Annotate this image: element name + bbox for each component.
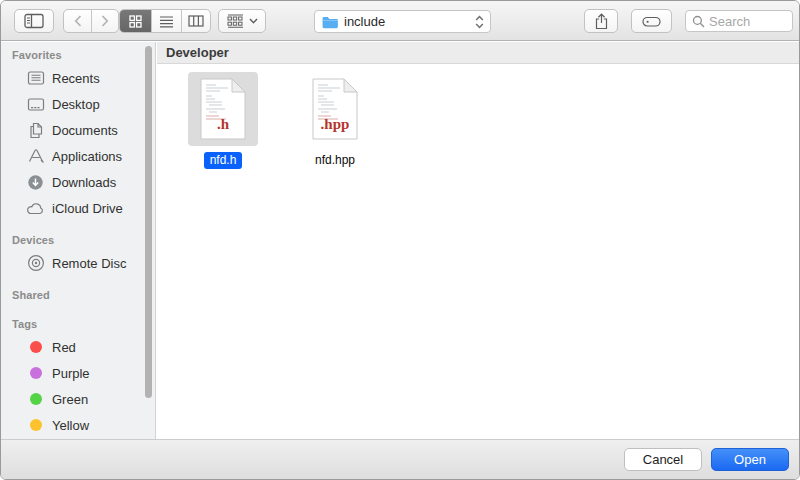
desktop-icon <box>26 95 45 114</box>
tag-dot-icon <box>26 416 45 435</box>
list-view-button[interactable] <box>151 10 181 32</box>
footer-bar: Cancel Open <box>1 439 799 479</box>
icloud-icon <box>26 199 45 218</box>
view-mode-group <box>119 9 211 33</box>
recents-icon <box>26 69 45 88</box>
downloads-icon <box>26 173 45 192</box>
sidebar-section: Devices Remote Disc <box>1 230 155 276</box>
sidebar-item-recents[interactable]: Recents <box>1 65 155 91</box>
share-icon <box>594 13 609 30</box>
sidebar-section-header: Favorites <box>1 45 155 65</box>
chevron-left-icon <box>74 15 82 27</box>
search-field[interactable] <box>685 10 793 32</box>
sidebar-section: Shared <box>1 285 155 305</box>
path-popup[interactable]: include <box>314 10 491 33</box>
sidebar-item-purple[interactable]: Purple <box>1 360 155 386</box>
file-label: nfd.hpp <box>309 152 361 169</box>
sidebar-section: Tags Red Purple Green Yellow <box>1 314 155 439</box>
popup-updown-chevrons-icon <box>474 15 485 29</box>
toolbar: include <box>1 1 799 41</box>
column-view-button[interactable] <box>181 10 210 32</box>
tag-dot-icon <box>26 390 45 409</box>
disc-icon <box>26 254 45 273</box>
tag-dot-icon <box>26 338 45 357</box>
sidebar-item-downloads[interactable]: Downloads <box>1 169 155 195</box>
sidebar-item-yellow[interactable]: Yellow <box>1 412 155 438</box>
forward-button[interactable] <box>91 10 118 32</box>
search-icon <box>692 15 705 28</box>
chevron-right-icon <box>101 15 109 27</box>
path-popup-label: include <box>344 14 385 29</box>
tag-icon <box>642 14 661 29</box>
document-icon: .hpp <box>310 78 360 140</box>
sidebar-item-red[interactable]: Red <box>1 334 155 360</box>
documents-icon <box>26 121 45 140</box>
sidebar-item-green[interactable]: Green <box>1 386 155 412</box>
file-extension: .h <box>198 116 248 133</box>
sidebar-toggle-icon <box>24 13 44 29</box>
sidebar: Favorites Recents Desktop Documents Appl… <box>1 42 156 439</box>
cancel-button[interactable]: Cancel <box>624 448 702 471</box>
sidebar-section: Favorites Recents Desktop Documents Appl… <box>1 45 155 221</box>
folder-icon <box>321 15 339 29</box>
sidebar-section-header: Tags <box>1 314 155 334</box>
share-button[interactable] <box>584 9 618 33</box>
sidebar-sections: Favorites Recents Desktop Documents Appl… <box>1 45 155 439</box>
search-input[interactable] <box>709 14 781 29</box>
back-forward-group <box>63 9 119 33</box>
chevron-down-icon <box>249 18 258 24</box>
applications-icon <box>26 147 45 166</box>
group-by-icon <box>227 14 244 28</box>
document-icon: .h <box>198 78 248 140</box>
sidebar-item-remote-disc[interactable]: Remote Disc <box>1 250 155 276</box>
sidebar-item-icloud-drive[interactable]: iCloud Drive <box>1 195 155 221</box>
grid-view-icon <box>129 15 142 28</box>
edit-tags-button[interactable] <box>631 9 672 33</box>
open-file-dialog: include <box>0 0 800 480</box>
file-extension: .hpp <box>310 116 360 133</box>
sidebar-section-header: Devices <box>1 230 155 250</box>
file-item-nfd-hpp[interactable]: .hpp nfd.hpp <box>289 72 381 169</box>
file-browser: Developer .h nfd.h <box>157 42 799 439</box>
column-view-icon <box>188 15 204 27</box>
icon-view-button[interactable] <box>120 10 151 32</box>
sidebar-item-desktop[interactable]: Desktop <box>1 91 155 117</box>
sidebar-item-documents[interactable]: Documents <box>1 117 155 143</box>
back-button[interactable] <box>64 10 91 32</box>
group-header: Developer <box>157 42 799 64</box>
sidebar-scrollbar[interactable] <box>145 46 152 398</box>
file-grid: .h nfd.h .hpp <box>157 64 799 169</box>
tag-dot-icon <box>26 364 45 383</box>
sidebar-toggle-button[interactable] <box>14 9 54 33</box>
group-by-button[interactable] <box>218 9 266 33</box>
open-button[interactable]: Open <box>711 448 789 471</box>
sidebar-section-header: Shared <box>1 285 155 305</box>
list-view-icon <box>159 15 174 28</box>
file-item-nfd-h[interactable]: .h nfd.h <box>177 72 269 169</box>
sidebar-item-applications[interactable]: Applications <box>1 143 155 169</box>
file-label: nfd.h <box>204 152 243 169</box>
